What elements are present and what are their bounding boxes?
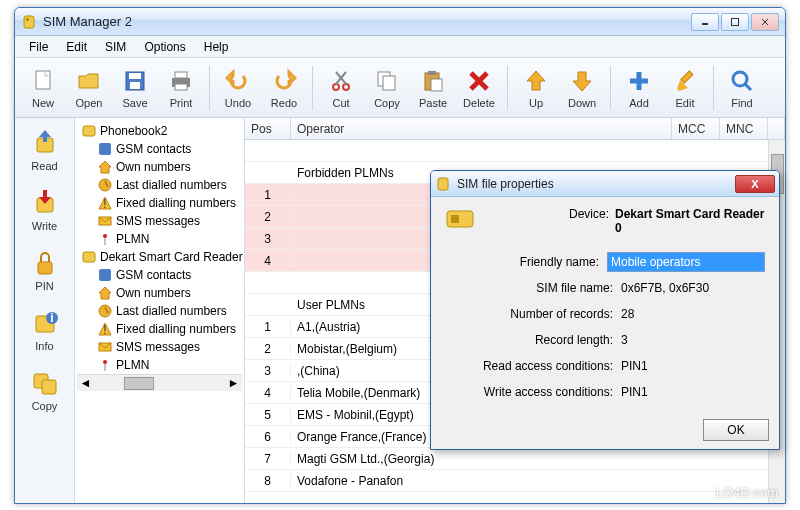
up-button[interactable]: Up [514,61,558,115]
tree-label: Own numbers [116,286,191,300]
svg-rect-30 [681,70,693,82]
print-icon [167,67,195,95]
svg-marker-26 [573,72,591,91]
undo-button[interactable]: Undo [216,61,260,115]
friendly-name-input[interactable] [607,252,765,272]
paste-button[interactable]: Paste [411,61,455,115]
svg-rect-52 [83,252,95,262]
svg-rect-43 [83,126,95,136]
open-button[interactable]: Open [67,61,111,115]
write-button[interactable]: Write [21,182,69,238]
dialog-titlebar[interactable]: SIM file properties X [431,171,779,197]
minimize-button[interactable] [691,13,719,31]
new-button[interactable]: New [21,61,65,115]
info-button[interactable]: iInfo [21,302,69,358]
svg-rect-19 [383,76,395,90]
svg-rect-42 [42,380,56,394]
app-icon [21,14,37,30]
print-button[interactable]: Print [159,61,203,115]
header-pos[interactable]: Pos [245,118,291,139]
undo-icon [224,67,252,95]
friendly-name-label: Friendly name: [445,255,607,269]
device-label: Device: [485,207,615,235]
delete-button[interactable]: Delete [457,61,501,115]
save-icon [121,67,149,95]
dial-icon [97,303,113,319]
copy-icon [373,67,401,95]
copy-sim-button[interactable]: Copy [21,362,69,418]
menu-edit[interactable]: Edit [58,38,95,56]
paste-icon [419,67,447,95]
warn-icon: ! [97,321,113,337]
tree-item[interactable]: !Fixed dialling numbers [77,194,242,212]
contacts-icon [97,267,113,283]
tree-hscrollbar[interactable]: ◄► [77,374,242,391]
tree-item[interactable]: GSM contacts [77,140,242,158]
dialog-close-button[interactable]: X [735,175,775,193]
cut-icon [327,67,355,95]
plmn-icon [97,357,113,373]
find-button[interactable]: Find [720,61,764,115]
delete-icon [465,67,493,95]
tree-item[interactable]: Last dialled numbers [77,302,242,320]
dial-icon [97,177,113,193]
up-icon [522,67,550,95]
copy-button[interactable]: Copy [365,61,409,115]
tree-label: GSM contacts [116,142,191,156]
tree-item[interactable]: Own numbers [77,284,242,302]
menu-options[interactable]: Options [136,38,193,56]
svg-rect-63 [451,215,459,223]
tree-item[interactable]: PLMN [77,230,242,248]
dialog-icon [435,176,451,192]
table-row[interactable]: 8Vodafone - Panafon [245,470,785,492]
pin-button[interactable]: PIN [21,242,69,298]
toolbar: New Open Save Print Undo Redo Cut Copy P… [15,58,785,118]
header-operator[interactable]: Operator [291,118,672,139]
tree-item[interactable]: Last dialled numbers [77,176,242,194]
tree-root[interactable]: Phonebook2 [77,122,242,140]
add-icon [625,67,653,95]
redo-button[interactable]: Redo [262,61,306,115]
down-button[interactable]: Down [560,61,604,115]
row-pos: 2 [245,342,291,356]
save-button[interactable]: Save [113,61,157,115]
maximize-button[interactable] [721,13,749,31]
menu-help[interactable]: Help [196,38,237,56]
menu-file[interactable]: File [21,38,56,56]
plmn-icon [97,231,113,247]
header-mnc[interactable]: MNC [720,118,768,139]
records-label: Number of records: [445,307,621,321]
tree-item[interactable]: SMS messages [77,338,242,356]
tree-item[interactable]: Own numbers [77,158,242,176]
tree-label: Last dialled numbers [116,178,227,192]
simfile-label: SIM file name: [445,281,621,295]
cut-button[interactable]: Cut [319,61,363,115]
row-pos: 5 [245,408,291,422]
tree-item[interactable]: GSM contacts [77,266,242,284]
row-pos: 4 [245,254,291,268]
add-button[interactable]: Add [617,61,661,115]
table-row[interactable]: 7Magti GSM Ltd.,(Georgia) [245,448,785,470]
close-button[interactable] [751,13,779,31]
tree-label: PLMN [116,358,149,372]
edit-button[interactable]: Edit [663,61,707,115]
read-button[interactable]: Read [21,122,69,178]
header-mcc[interactable]: MCC [672,118,720,139]
tree-label: SMS messages [116,340,200,354]
tree-root[interactable]: Dekart Smart Card Reader 0 [77,248,242,266]
write-access-value: PIN1 [621,385,765,399]
warn-icon: ! [97,195,113,211]
svg-point-55 [99,305,111,317]
menu-sim[interactable]: SIM [97,38,134,56]
ok-button[interactable]: OK [703,419,769,441]
tree-item[interactable]: SMS messages [77,212,242,230]
edit-icon [671,67,699,95]
row-pos: 6 [245,430,291,444]
svg-rect-6 [36,71,50,89]
svg-rect-9 [129,73,141,79]
tree-item[interactable]: PLMN [77,356,242,374]
simfile-value: 0x6F7B, 0x6F30 [621,281,765,295]
tree-view[interactable]: Phonebook2GSM contactsOwn numbersLast di… [75,118,245,503]
tree-item[interactable]: !Fixed dialling numbers [77,320,242,338]
svg-point-50 [103,234,107,238]
